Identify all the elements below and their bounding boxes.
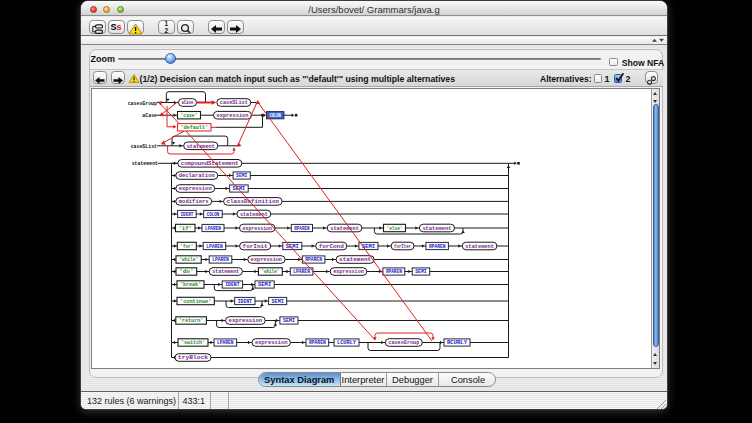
svg-text:expression: expression xyxy=(255,340,287,346)
svg-text:'do': 'do' xyxy=(179,269,194,275)
svg-text:LCURLY: LCURLY xyxy=(337,340,357,346)
svg-text:casesGroup: casesGroup xyxy=(388,340,419,346)
svg-text:COLON: COLON xyxy=(270,113,281,119)
svg-text:forInit: forInit xyxy=(243,244,268,250)
svg-text:caseSList: caseSList xyxy=(220,100,248,106)
svg-text:statement: statement xyxy=(212,269,239,275)
svg-text:SEMI: SEMI xyxy=(283,318,295,324)
svg-text:SEMI: SEMI xyxy=(272,299,284,305)
svg-text:casesGroup: casesGroup xyxy=(128,101,157,107)
svg-text:forCond: forCond xyxy=(319,244,344,250)
svg-text:'while': 'while' xyxy=(261,269,279,275)
svg-text:'switch': 'switch' xyxy=(181,340,205,346)
svg-text:RCURLY: RCURLY xyxy=(447,340,468,346)
svg-text:'else': 'else' xyxy=(387,226,403,232)
svg-text:forIter: forIter xyxy=(394,244,411,250)
svg-text:'break': 'break' xyxy=(180,282,201,288)
svg-text:caseSList: caseSList xyxy=(131,144,157,150)
svg-text:IDENT: IDENT xyxy=(225,282,240,288)
svg-text:expression: expression xyxy=(251,257,282,263)
svg-text:expression: expression xyxy=(179,186,212,192)
svg-text:SEMI: SEMI xyxy=(258,282,271,288)
svg-text:expression: expression xyxy=(243,226,273,232)
svg-text:statement: statement xyxy=(422,226,451,232)
svg-text:declaration: declaration xyxy=(179,173,215,179)
svg-text:modifiers: modifiers xyxy=(179,199,209,205)
svg-text:RPAREN: RPAREN xyxy=(309,340,326,346)
svg-text:LPAREN: LPAREN xyxy=(217,340,234,346)
svg-text:'return': 'return' xyxy=(179,318,204,324)
svg-text:statement: statement xyxy=(465,244,494,250)
svg-text:RPAREN: RPAREN xyxy=(294,226,309,232)
svg-text:COLON: COLON xyxy=(207,212,220,218)
svg-text:statement: statement xyxy=(330,226,359,232)
svg-text:LPAREN: LPAREN xyxy=(205,226,221,232)
svg-text:compoundStatement: compoundStatement xyxy=(181,161,239,167)
svg-text:statement: statement xyxy=(339,257,371,263)
svg-text:'if': 'if' xyxy=(179,226,193,232)
svg-text:'default': 'default' xyxy=(181,125,209,131)
svg-text:aCase: aCase xyxy=(182,100,194,106)
svg-text:IDENT: IDENT xyxy=(238,299,253,305)
svg-text:LPAREN: LPAREN xyxy=(206,244,223,250)
svg-text:'continue': 'continue' xyxy=(180,299,211,305)
svg-text:'while': 'while' xyxy=(179,257,198,263)
svg-text:RPAREN: RPAREN xyxy=(386,269,402,275)
svg-text:RPAREN: RPAREN xyxy=(305,257,322,263)
svg-text:SEMI: SEMI xyxy=(415,269,427,275)
svg-text:expression: expression xyxy=(229,318,263,324)
svg-text:statement: statement xyxy=(132,161,158,167)
svg-text:tryBlock: tryBlock xyxy=(178,355,209,361)
svg-text:IDENT: IDENT xyxy=(181,212,194,218)
svg-text:'for': 'for' xyxy=(180,244,193,250)
svg-text:'case': 'case' xyxy=(181,113,198,119)
svg-text:aCase: aCase xyxy=(142,113,157,119)
svg-text:SEMI: SEMI xyxy=(236,173,247,179)
svg-text:expression: expression xyxy=(217,113,249,119)
svg-text:LPAREN: LPAREN xyxy=(293,269,310,275)
svg-text:expression: expression xyxy=(333,269,364,275)
svg-text:LPAREN: LPAREN xyxy=(212,257,229,263)
svg-text:RPAREN: RPAREN xyxy=(429,244,446,250)
